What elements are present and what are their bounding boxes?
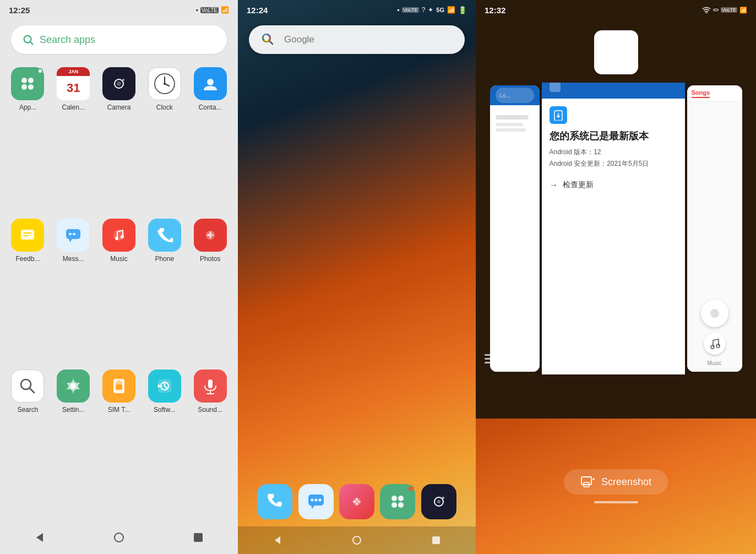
app-item-calendar[interactable]: JAN 31 Calen... [53, 67, 94, 213]
status-icons-2: ▪ VoLTE ? ✦ 5G 📶 🔋 [397, 6, 467, 14]
svg-line-26 [30, 388, 34, 393]
svg-rect-58 [581, 477, 591, 485]
wifi-icon [702, 7, 711, 13]
card-left-search: Lo... [496, 88, 534, 103]
dock-phone[interactable] [257, 484, 292, 519]
appcenter-icon-svg [19, 75, 36, 93]
app-icon-messages [57, 219, 90, 252]
svg-point-57 [716, 344, 720, 347]
screenshot-text: Screenshot [601, 476, 651, 488]
status-bar-1: 12:25 ▪ VoLTE 📶 [0, 0, 238, 20]
download-icon [553, 110, 564, 121]
svg-marker-18 [69, 239, 72, 242]
search-bar[interactable]: Search apps [11, 25, 227, 54]
card-left-body [490, 105, 540, 372]
app-icon-camera [102, 67, 135, 100]
menu-line-3 [485, 362, 497, 363]
card-main-header [542, 83, 685, 99]
svg-point-13 [207, 79, 214, 85]
svg-point-2 [21, 78, 27, 83]
app-icon-contacts [194, 67, 227, 100]
recent-apps-panel: 12:32 VoLTE 📶 [476, 0, 756, 554]
app-label-calendar: Calen... [62, 104, 85, 111]
app-item-music[interactable]: Music [99, 219, 139, 365]
clock-icon-svg [154, 73, 176, 95]
music-disc-icon [701, 300, 728, 327]
app-item-software[interactable]: Softw... [144, 370, 184, 515]
messages-icon-svg [64, 226, 82, 244]
battery-icon-2: ▪ [397, 6, 399, 14]
app-item-clock[interactable]: Clock [144, 67, 184, 213]
screenshot-divider [594, 501, 638, 503]
app-item-appcenter[interactable]: App... [8, 67, 48, 213]
recent-card-main[interactable]: 您的系统已是最新版本 Android 版本：12 Android 安全更新：20… [542, 83, 685, 374]
time-2: 12:24 [247, 6, 268, 15]
phone-icon-svg [156, 227, 173, 243]
app-item-contacts[interactable]: Conta... [190, 67, 230, 213]
svg-point-42 [314, 499, 317, 502]
app-label-search: Search [17, 406, 38, 414]
app-label-appcenter: App... [19, 104, 36, 111]
app-label-photos: Photos [200, 255, 220, 263]
app-label-sim: SIM T... [108, 406, 130, 414]
app-item-sound[interactable]: Sound... [190, 370, 230, 515]
app-grid: App... JAN 31 Calen... [0, 62, 238, 521]
app-item-feedback[interactable]: Feedb... [8, 219, 48, 365]
search-bar-text: Search apps [40, 34, 95, 46]
card-left-header: Lo... [490, 85, 540, 105]
google-search-bar[interactable]: Google [249, 25, 465, 54]
back-button-1[interactable] [30, 528, 50, 547]
bluetooth-icon: ✦ [428, 6, 433, 14]
app-label-sound: Sound... [198, 406, 222, 414]
back-icon [34, 532, 45, 543]
appcenter-dock-badge [407, 485, 414, 492]
app-label-phone: Phone [155, 255, 174, 263]
screenshot-icon [580, 475, 595, 489]
app-drawer-panel: 12:25 ▪ VoLTE 📶 Search apps [0, 0, 238, 554]
svg-point-8 [122, 79, 124, 81]
dock-appcenter[interactable] [380, 484, 415, 519]
app-icon-phone [148, 219, 181, 252]
recents-menu-icon[interactable] [485, 354, 497, 363]
volte-badge: VoLTE [200, 7, 219, 13]
recent-card-left[interactable]: Lo... [490, 85, 540, 372]
app-item-messages[interactable]: Mess... [53, 219, 94, 365]
recents-button-1[interactable] [188, 528, 208, 547]
back-button-2[interactable] [268, 530, 287, 550]
app-item-photos[interactable]: Photos [190, 219, 230, 365]
menu-line-2 [485, 358, 497, 360]
recents-button-2[interactable] [426, 530, 446, 550]
app-label-music: Music [110, 255, 127, 263]
recent-card-right[interactable]: Songs Music [687, 85, 742, 372]
dock-messages[interactable] [298, 484, 334, 519]
app-item-search[interactable]: Search [8, 370, 48, 515]
time-1: 12:25 [9, 6, 30, 15]
battery-icon: ▪ [195, 6, 198, 14]
signal-icon-3: 📶 [739, 7, 747, 14]
dock-photos[interactable] [339, 484, 374, 519]
home-button-1[interactable] [109, 528, 129, 547]
home-button-2[interactable] [347, 530, 367, 550]
app-item-camera[interactable]: Camera [99, 67, 139, 213]
music-label: Music [707, 360, 721, 366]
appcenter-badge [37, 68, 43, 74]
svg-point-12 [164, 83, 166, 85]
android-security-label: Android 安全更新：2021年5月5日 [550, 159, 677, 169]
check-update-row[interactable]: → 检查更新 [550, 180, 677, 190]
svg-point-43 [318, 499, 321, 502]
app-label-feedback: Feedb... [15, 255, 40, 263]
sound-icon-svg [202, 377, 219, 395]
music-note-icon [708, 337, 721, 350]
arrow-right-icon: → [550, 180, 558, 190]
screenshot-button[interactable]: Screenshot [564, 469, 668, 495]
app-icon-search [11, 370, 44, 403]
card-right-header: Songs [687, 85, 742, 102]
app-icon-feedback [11, 219, 44, 252]
app-item-phone[interactable]: Phone [144, 219, 184, 365]
app-item-settings[interactable]: Settin... [53, 370, 94, 515]
music-vinyl-icon [704, 333, 726, 355]
app-label-settings: Settin... [62, 406, 85, 414]
volte-badge-3: VoLTE [721, 7, 737, 13]
dock-camera[interactable] [421, 484, 456, 519]
app-item-sim[interactable]: SIM T... [99, 370, 139, 515]
